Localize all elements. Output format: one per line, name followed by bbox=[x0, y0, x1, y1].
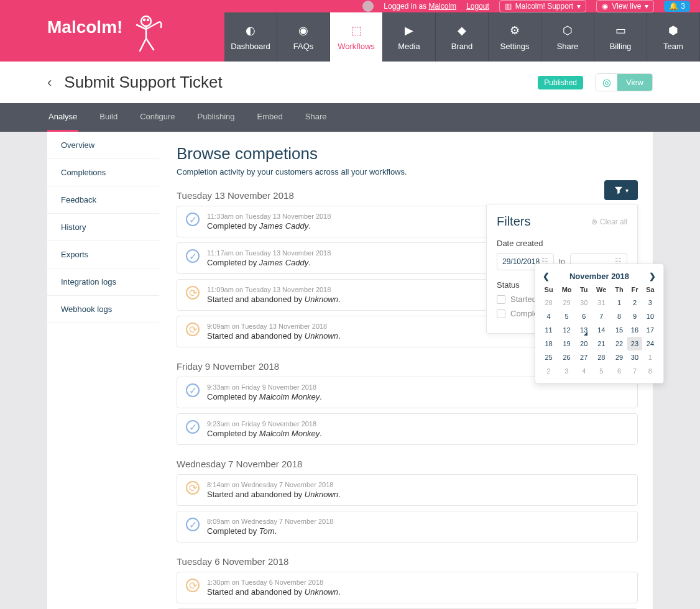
nav-dashboard[interactable]: ◐Dashboard bbox=[224, 12, 277, 62]
datepicker-day[interactable]: 5 bbox=[557, 309, 576, 323]
view-icon[interactable]: ◎ bbox=[596, 74, 617, 91]
datepicker-day[interactable]: 4 bbox=[576, 364, 591, 378]
datepicker-day[interactable]: 18 bbox=[540, 337, 557, 350]
tabs: AnalyseBuildConfigurePublishingEmbedShar… bbox=[0, 103, 700, 132]
nav-media[interactable]: ▶Media bbox=[383, 12, 436, 62]
tab-analyse[interactable]: Analyse bbox=[47, 103, 78, 132]
view-button[interactable]: View bbox=[617, 74, 652, 91]
datepicker-day[interactable]: 3 bbox=[557, 364, 576, 378]
logout-link[interactable]: Logout bbox=[466, 2, 489, 11]
section-title: Browse competions bbox=[177, 144, 638, 163]
datepicker-day[interactable]: 6 bbox=[611, 364, 627, 378]
timestamp: 1:30pm on Tuesday 6 November 2018 bbox=[207, 579, 629, 586]
datepicker-day[interactable]: 19 bbox=[557, 337, 576, 350]
datepicker-day[interactable]: 8 bbox=[611, 309, 627, 323]
svg-text:⚙: ⚙ bbox=[510, 24, 520, 37]
clear-all-button[interactable]: ⊗Clear all bbox=[591, 218, 627, 226]
datepicker-day[interactable]: 28 bbox=[591, 350, 611, 364]
timestamp: 8:14am on Wednesday 7 November 2018 bbox=[207, 481, 629, 488]
datepicker-day[interactable]: 25 bbox=[540, 350, 557, 364]
datepicker-day[interactable]: 1 bbox=[611, 296, 627, 309]
sidebar-item-webhook-logs[interactable]: Webhook logs bbox=[47, 296, 159, 323]
datepicker-day[interactable]: 2 bbox=[540, 364, 557, 378]
topbar: Logged in as Malcolm Logout ▥Malcolm! Su… bbox=[0, 0, 700, 12]
nav-brand[interactable]: ◆Brand bbox=[436, 12, 489, 62]
page-title: Submit Support Ticket bbox=[64, 73, 525, 92]
datepicker-day[interactable]: 28 bbox=[540, 296, 557, 309]
sidebar-item-exports[interactable]: Exports bbox=[47, 241, 159, 268]
logged-in-label: Logged in as Malcolm bbox=[384, 2, 456, 11]
nav-billing[interactable]: ▭Billing bbox=[594, 12, 647, 62]
nav-settings[interactable]: ⚙Settings bbox=[489, 12, 541, 62]
avatar[interactable] bbox=[362, 1, 374, 12]
datepicker-day[interactable]: 23 bbox=[627, 337, 642, 350]
datepicker-day[interactable]: 3 bbox=[642, 296, 658, 309]
datepicker-day[interactable]: 21 bbox=[591, 337, 611, 350]
datepicker-day[interactable]: 27 bbox=[576, 350, 591, 364]
datepicker-day[interactable]: 6 bbox=[576, 309, 591, 323]
datepicker-day[interactable]: 14 bbox=[591, 323, 611, 337]
day-header: Tuesday 13 November 2018 bbox=[177, 190, 638, 201]
completion-entry[interactable]: ⟳8:14am on Wednesday 7 November 2018Star… bbox=[177, 474, 638, 506]
svg-text:◉: ◉ bbox=[298, 24, 308, 37]
pending-icon: ⟳ bbox=[186, 323, 200, 336]
datepicker-grid: SuMoTuWeThFrSa28293031123456789101112131… bbox=[540, 283, 658, 378]
sidebar-item-overview[interactable]: Overview bbox=[47, 132, 159, 159]
tab-embed[interactable]: Embed bbox=[256, 103, 284, 132]
completion-entry[interactable]: ✓9:23am on Friday 9 November 2018Complet… bbox=[177, 413, 638, 445]
datepicker-day[interactable]: 11 bbox=[540, 323, 557, 337]
view-live-button[interactable]: ◉View live▾ bbox=[596, 0, 654, 12]
svg-text:⬡: ⬡ bbox=[563, 24, 573, 37]
sidebar-item-history[interactable]: History bbox=[47, 214, 159, 241]
datepicker-day[interactable]: 13 bbox=[576, 323, 591, 337]
datepicker-day[interactable]: 31 bbox=[591, 296, 611, 309]
completion-entry[interactable]: ✓8:09am on Wednesday 7 November 2018Comp… bbox=[177, 511, 638, 543]
notifications-badge[interactable]: 🔔3 bbox=[664, 1, 690, 12]
datepicker-day[interactable]: 15 bbox=[611, 323, 627, 337]
datepicker-day[interactable]: 20 bbox=[576, 337, 591, 350]
datepicker-day[interactable]: 7 bbox=[627, 364, 642, 378]
tab-build[interactable]: Build bbox=[98, 103, 119, 132]
sidebar-item-completions[interactable]: Completions bbox=[47, 159, 159, 186]
datepicker-day[interactable]: 4 bbox=[540, 309, 557, 323]
tab-configure[interactable]: Configure bbox=[139, 103, 176, 132]
datepicker-day[interactable]: 30 bbox=[627, 350, 642, 364]
next-month-button[interactable]: ❯ bbox=[649, 272, 656, 281]
prev-month-button[interactable]: ❮ bbox=[543, 272, 550, 281]
user-link[interactable]: Malcolm bbox=[428, 2, 456, 11]
nav-share[interactable]: ⬡Share bbox=[541, 12, 594, 62]
datepicker-day[interactable]: 30 bbox=[576, 296, 591, 309]
filter-toggle-button[interactable]: ▾ bbox=[604, 180, 638, 200]
datepicker-day[interactable]: 12 bbox=[557, 323, 576, 337]
action-text: Completed by Tom. bbox=[207, 526, 629, 536]
nav-faqs[interactable]: ◉FAQs bbox=[277, 12, 330, 62]
sidebar-item-feedback[interactable]: Feedback bbox=[47, 186, 159, 214]
sidebar-item-integration-logs[interactable]: Integration logs bbox=[47, 268, 159, 296]
datepicker-day[interactable]: 17 bbox=[642, 323, 658, 337]
datepicker-day[interactable]: 29 bbox=[557, 296, 576, 309]
nav-team[interactable]: ⬢Team bbox=[647, 12, 700, 62]
back-button[interactable]: ‹ bbox=[47, 75, 52, 91]
datepicker-day[interactable]: 2 bbox=[627, 296, 642, 309]
action-text: Completed by Malcolm Monkey. bbox=[207, 392, 629, 401]
datepicker-day[interactable]: 5 bbox=[591, 364, 611, 378]
datepicker-day[interactable]: 29 bbox=[611, 350, 627, 364]
tab-share[interactable]: Share bbox=[304, 103, 328, 132]
datepicker-day[interactable]: 26 bbox=[557, 350, 576, 364]
datepicker-day[interactable]: 9 bbox=[627, 309, 642, 323]
completion-entry[interactable]: ⟳1:30pm on Tuesday 6 November 2018Starte… bbox=[177, 572, 638, 603]
tab-publishing[interactable]: Publishing bbox=[196, 103, 236, 132]
datepicker-day[interactable]: 7 bbox=[591, 309, 611, 323]
datepicker-day[interactable]: 22 bbox=[611, 337, 627, 350]
datepicker-day[interactable]: 1 bbox=[642, 350, 658, 364]
logo[interactable]: Malcolm! bbox=[47, 12, 193, 62]
monkey-icon bbox=[127, 14, 165, 57]
nav-workflows[interactable]: ⬚Workflows bbox=[330, 12, 383, 62]
action-text: Started and abandoned by Unknown. bbox=[207, 490, 629, 499]
datepicker-day[interactable]: 8 bbox=[642, 364, 658, 378]
instance-selector[interactable]: ▥Malcolm! Support▾ bbox=[499, 0, 586, 12]
datepicker-day[interactable]: 10 bbox=[642, 309, 658, 323]
datepicker-day[interactable]: 16 bbox=[627, 323, 642, 337]
datepicker-day[interactable]: 24 bbox=[642, 337, 658, 350]
day-header: Wednesday 7 November 2018 bbox=[177, 459, 638, 469]
